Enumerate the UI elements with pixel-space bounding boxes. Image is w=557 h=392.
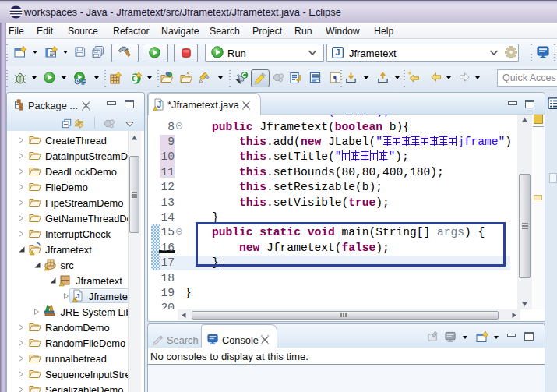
- svg-text:J: J: [336, 48, 340, 57]
- svg-text:¶: ¶: [333, 73, 337, 83]
- svg-text:J: J: [76, 291, 79, 300]
- svg-text:J: J: [157, 101, 161, 109]
